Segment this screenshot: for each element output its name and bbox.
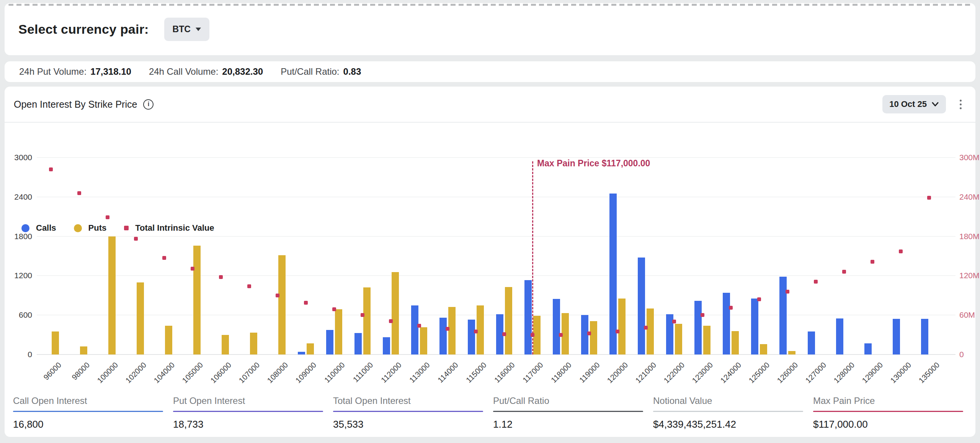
x-tick-115000: 115000 (464, 361, 488, 384)
put-oi-underline (173, 411, 323, 412)
call-bar-111000[interactable] (354, 333, 362, 354)
header-divider (5, 122, 975, 123)
x-tick-116000: 116000 (493, 361, 516, 384)
x-tick-121000: 121000 (634, 361, 658, 385)
intrinsic-value-dot-126000[interactable] (786, 290, 789, 294)
put-bar-108000[interactable] (278, 255, 286, 354)
intrinsic-value-dot-123000[interactable] (701, 313, 704, 317)
put-bar-125000[interactable] (760, 344, 767, 354)
intrinsic-value-dot-107000[interactable] (247, 284, 251, 288)
intrinsic-value-dot-130000[interactable] (899, 249, 903, 253)
total-oi-stat: Total Open Interest 35,533 (333, 395, 483, 430)
put-bar-105000[interactable] (193, 246, 201, 354)
put-bar-121000[interactable] (647, 308, 654, 354)
intrinsic-value-dot-119000[interactable] (587, 331, 591, 335)
intrinsic-value-dot-135000[interactable] (927, 196, 931, 200)
call-bar-125000[interactable] (751, 299, 758, 354)
put-bar-106000[interactable] (222, 335, 229, 354)
intrinsic-value-dot-129000[interactable] (871, 260, 874, 264)
put-bar-122000[interactable] (675, 324, 682, 354)
intrinsic-value-dot-124000[interactable] (729, 306, 733, 310)
intrinsic-value-dot-100000[interactable] (106, 215, 109, 219)
intrinsic-value-dot-120000[interactable] (616, 330, 619, 333)
put-bar-109000[interactable] (307, 343, 314, 354)
expiry-date-dropdown[interactable]: 10 Oct 25 (882, 95, 946, 113)
put-bar-98000[interactable] (80, 346, 87, 354)
put-bar-104000[interactable] (165, 326, 172, 354)
call-bar-126000[interactable] (779, 277, 787, 354)
put-bar-126000[interactable] (788, 351, 795, 354)
intrinsic-value-dot-102000[interactable] (134, 237, 138, 241)
call-bar-135000[interactable] (921, 319, 928, 354)
call-bar-130000[interactable] (893, 319, 900, 354)
put-bar-116000[interactable] (505, 287, 512, 354)
intrinsic-value-dot-122000[interactable] (672, 320, 676, 323)
put-bar-111000[interactable] (363, 287, 371, 354)
put-oi-value: 18,733 (173, 418, 323, 430)
put-bar-123000[interactable] (703, 326, 710, 354)
call-bar-123000[interactable] (694, 301, 702, 354)
intrinsic-value-dot-96000[interactable] (49, 167, 53, 171)
intrinsic-value-dot-128000[interactable] (842, 270, 846, 274)
intrinsic-value-dot-116000[interactable] (502, 332, 506, 336)
put-bar-114000[interactable] (448, 307, 456, 354)
call-bar-110000[interactable] (326, 330, 333, 354)
currency-pair-dropdown[interactable]: BTC (164, 18, 209, 41)
x-tick-113000: 113000 (408, 361, 431, 384)
x-tick-122000: 122000 (662, 361, 686, 385)
put-bar-100000[interactable] (108, 236, 116, 354)
left-axis-labels: 06001200180024003000 (5, 158, 32, 354)
x-tick-124000: 124000 (719, 361, 743, 385)
call-bar-115000[interactable] (468, 320, 475, 354)
call-bar-113000[interactable] (411, 305, 418, 354)
call-bar-124000[interactable] (723, 293, 730, 354)
x-tick-109000: 109000 (294, 361, 318, 385)
call-bar-112000[interactable] (383, 337, 390, 354)
put-bar-119000[interactable] (590, 321, 597, 354)
call-volume-value: 20,832.30 (222, 66, 263, 77)
call-bar-117000[interactable] (524, 280, 532, 354)
x-tick-107000: 107000 (237, 361, 261, 385)
put-bar-120000[interactable] (618, 299, 626, 354)
intrinsic-value-dot-98000[interactable] (77, 191, 81, 195)
call-bar-127000[interactable] (808, 331, 815, 354)
put-call-ratio-label: Put/Call Ratio: (281, 66, 339, 77)
notional-stat: Notional Value $4,339,435,251.42 (653, 395, 803, 430)
call-bar-129000[interactable] (864, 343, 872, 354)
put-bar-96000[interactable] (52, 331, 59, 354)
call-bar-109000[interactable] (298, 352, 305, 354)
kebab-menu-icon[interactable] (957, 97, 964, 112)
call-oi-value: 16,800 (13, 418, 163, 430)
intrinsic-value-dot-127000[interactable] (814, 280, 818, 284)
put-bar-102000[interactable] (137, 282, 144, 354)
call-bar-114000[interactable] (439, 318, 447, 354)
intrinsic-value-dot-125000[interactable] (757, 297, 761, 301)
put-bar-107000[interactable] (250, 333, 257, 354)
intrinsic-value-dot-105000[interactable] (191, 267, 194, 271)
intrinsic-value-dot-106000[interactable] (219, 275, 223, 279)
right-tick-0: 0 (959, 350, 964, 359)
chevron-down-icon (931, 102, 939, 107)
intrinsic-value-dot-118000[interactable] (559, 333, 563, 337)
intrinsic-value-dot-104000[interactable] (162, 256, 166, 260)
x-tick-108000: 108000 (266, 361, 290, 385)
footer-stats: Call Open Interest 16,800 Put Open Inter… (5, 395, 975, 437)
x-tick-119000: 119000 (578, 361, 601, 384)
put-bar-110000[interactable] (335, 309, 342, 354)
intrinsic-value-dot-121000[interactable] (644, 326, 648, 330)
put-bar-124000[interactable] (732, 331, 739, 354)
intrinsic-value-dot-108000[interactable] (276, 294, 279, 297)
intrinsic-value-dot-115000[interactable] (474, 330, 478, 333)
call-bar-121000[interactable] (638, 258, 645, 354)
put-bar-113000[interactable] (420, 327, 427, 354)
intrinsic-value-dot-112000[interactable] (389, 319, 393, 323)
info-icon[interactable] (143, 99, 154, 110)
intrinsic-value-dot-111000[interactable] (361, 313, 364, 317)
call-bar-118000[interactable] (553, 299, 560, 354)
call-bar-128000[interactable] (836, 318, 843, 354)
intrinsic-value-dot-114000[interactable] (446, 327, 449, 331)
put-bar-112000[interactable] (392, 272, 399, 354)
intrinsic-value-dot-109000[interactable] (304, 301, 308, 305)
intrinsic-value-dot-110000[interactable] (332, 307, 336, 311)
intrinsic-value-dot-113000[interactable] (417, 324, 421, 328)
